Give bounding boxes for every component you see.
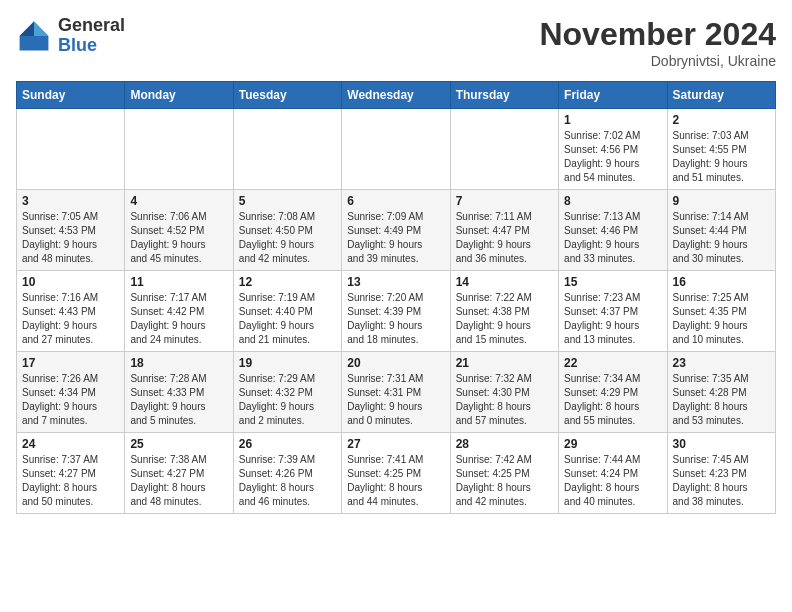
calendar-cell: 12Sunrise: 7:19 AM Sunset: 4:40 PM Dayli…: [233, 271, 341, 352]
day-info: Sunrise: 7:38 AM Sunset: 4:27 PM Dayligh…: [130, 453, 227, 509]
day-info: Sunrise: 7:39 AM Sunset: 4:26 PM Dayligh…: [239, 453, 336, 509]
calendar-cell: 19Sunrise: 7:29 AM Sunset: 4:32 PM Dayli…: [233, 352, 341, 433]
calendar-cell: 17Sunrise: 7:26 AM Sunset: 4:34 PM Dayli…: [17, 352, 125, 433]
calendar-cell: 23Sunrise: 7:35 AM Sunset: 4:28 PM Dayli…: [667, 352, 775, 433]
day-number: 26: [239, 437, 336, 451]
day-number: 9: [673, 194, 770, 208]
weekday-header-friday: Friday: [559, 82, 667, 109]
day-number: 16: [673, 275, 770, 289]
calendar-cell: 14Sunrise: 7:22 AM Sunset: 4:38 PM Dayli…: [450, 271, 558, 352]
location-subtitle: Dobrynivtsi, Ukraine: [539, 53, 776, 69]
day-info: Sunrise: 7:41 AM Sunset: 4:25 PM Dayligh…: [347, 453, 444, 509]
calendar-cell: 26Sunrise: 7:39 AM Sunset: 4:26 PM Dayli…: [233, 433, 341, 514]
calendar-cell: 8Sunrise: 7:13 AM Sunset: 4:46 PM Daylig…: [559, 190, 667, 271]
calendar-table: SundayMondayTuesdayWednesdayThursdayFrid…: [16, 81, 776, 514]
day-number: 7: [456, 194, 553, 208]
svg-marker-1: [34, 21, 48, 35]
calendar-cell: 21Sunrise: 7:32 AM Sunset: 4:30 PM Dayli…: [450, 352, 558, 433]
day-info: Sunrise: 7:08 AM Sunset: 4:50 PM Dayligh…: [239, 210, 336, 266]
day-number: 19: [239, 356, 336, 370]
calendar-cell: 16Sunrise: 7:25 AM Sunset: 4:35 PM Dayli…: [667, 271, 775, 352]
month-title: November 2024: [539, 16, 776, 53]
day-number: 2: [673, 113, 770, 127]
day-info: Sunrise: 7:09 AM Sunset: 4:49 PM Dayligh…: [347, 210, 444, 266]
calendar-cell: 24Sunrise: 7:37 AM Sunset: 4:27 PM Dayli…: [17, 433, 125, 514]
calendar-cell: 27Sunrise: 7:41 AM Sunset: 4:25 PM Dayli…: [342, 433, 450, 514]
logo: General Blue: [16, 16, 125, 56]
calendar-cell: 2Sunrise: 7:03 AM Sunset: 4:55 PM Daylig…: [667, 109, 775, 190]
day-number: 20: [347, 356, 444, 370]
calendar-cell: 5Sunrise: 7:08 AM Sunset: 4:50 PM Daylig…: [233, 190, 341, 271]
weekday-header-monday: Monday: [125, 82, 233, 109]
calendar-week-3: 10Sunrise: 7:16 AM Sunset: 4:43 PM Dayli…: [17, 271, 776, 352]
day-number: 30: [673, 437, 770, 451]
day-info: Sunrise: 7:28 AM Sunset: 4:33 PM Dayligh…: [130, 372, 227, 428]
day-info: Sunrise: 7:19 AM Sunset: 4:40 PM Dayligh…: [239, 291, 336, 347]
day-info: Sunrise: 7:44 AM Sunset: 4:24 PM Dayligh…: [564, 453, 661, 509]
day-info: Sunrise: 7:35 AM Sunset: 4:28 PM Dayligh…: [673, 372, 770, 428]
weekday-header-thursday: Thursday: [450, 82, 558, 109]
day-number: 12: [239, 275, 336, 289]
day-info: Sunrise: 7:25 AM Sunset: 4:35 PM Dayligh…: [673, 291, 770, 347]
calendar-week-4: 17Sunrise: 7:26 AM Sunset: 4:34 PM Dayli…: [17, 352, 776, 433]
day-info: Sunrise: 7:32 AM Sunset: 4:30 PM Dayligh…: [456, 372, 553, 428]
calendar-cell: 1Sunrise: 7:02 AM Sunset: 4:56 PM Daylig…: [559, 109, 667, 190]
day-info: Sunrise: 7:23 AM Sunset: 4:37 PM Dayligh…: [564, 291, 661, 347]
calendar-cell: [233, 109, 341, 190]
day-info: Sunrise: 7:22 AM Sunset: 4:38 PM Dayligh…: [456, 291, 553, 347]
calendar-cell: 7Sunrise: 7:11 AM Sunset: 4:47 PM Daylig…: [450, 190, 558, 271]
day-info: Sunrise: 7:42 AM Sunset: 4:25 PM Dayligh…: [456, 453, 553, 509]
calendar-cell: 10Sunrise: 7:16 AM Sunset: 4:43 PM Dayli…: [17, 271, 125, 352]
title-block: November 2024 Dobrynivtsi, Ukraine: [539, 16, 776, 69]
calendar-cell: 22Sunrise: 7:34 AM Sunset: 4:29 PM Dayli…: [559, 352, 667, 433]
calendar-cell: 20Sunrise: 7:31 AM Sunset: 4:31 PM Dayli…: [342, 352, 450, 433]
calendar-cell: 25Sunrise: 7:38 AM Sunset: 4:27 PM Dayli…: [125, 433, 233, 514]
day-number: 25: [130, 437, 227, 451]
calendar-cell: [450, 109, 558, 190]
day-info: Sunrise: 7:37 AM Sunset: 4:27 PM Dayligh…: [22, 453, 119, 509]
calendar-week-5: 24Sunrise: 7:37 AM Sunset: 4:27 PM Dayli…: [17, 433, 776, 514]
day-info: Sunrise: 7:26 AM Sunset: 4:34 PM Dayligh…: [22, 372, 119, 428]
day-info: Sunrise: 7:06 AM Sunset: 4:52 PM Dayligh…: [130, 210, 227, 266]
day-number: 5: [239, 194, 336, 208]
calendar-cell: 11Sunrise: 7:17 AM Sunset: 4:42 PM Dayli…: [125, 271, 233, 352]
day-info: Sunrise: 7:02 AM Sunset: 4:56 PM Dayligh…: [564, 129, 661, 185]
weekday-header-row: SundayMondayTuesdayWednesdayThursdayFrid…: [17, 82, 776, 109]
day-info: Sunrise: 7:31 AM Sunset: 4:31 PM Dayligh…: [347, 372, 444, 428]
day-number: 18: [130, 356, 227, 370]
day-info: Sunrise: 7:34 AM Sunset: 4:29 PM Dayligh…: [564, 372, 661, 428]
weekday-header-wednesday: Wednesday: [342, 82, 450, 109]
day-number: 13: [347, 275, 444, 289]
calendar-cell: 30Sunrise: 7:45 AM Sunset: 4:23 PM Dayli…: [667, 433, 775, 514]
day-info: Sunrise: 7:29 AM Sunset: 4:32 PM Dayligh…: [239, 372, 336, 428]
day-info: Sunrise: 7:13 AM Sunset: 4:46 PM Dayligh…: [564, 210, 661, 266]
day-info: Sunrise: 7:45 AM Sunset: 4:23 PM Dayligh…: [673, 453, 770, 509]
calendar-cell: 13Sunrise: 7:20 AM Sunset: 4:39 PM Dayli…: [342, 271, 450, 352]
calendar-cell: [125, 109, 233, 190]
calendar-cell: 29Sunrise: 7:44 AM Sunset: 4:24 PM Dayli…: [559, 433, 667, 514]
day-number: 21: [456, 356, 553, 370]
calendar-cell: 6Sunrise: 7:09 AM Sunset: 4:49 PM Daylig…: [342, 190, 450, 271]
calendar-cell: 18Sunrise: 7:28 AM Sunset: 4:33 PM Dayli…: [125, 352, 233, 433]
calendar-cell: 3Sunrise: 7:05 AM Sunset: 4:53 PM Daylig…: [17, 190, 125, 271]
logo-text: General Blue: [58, 16, 125, 56]
day-number: 11: [130, 275, 227, 289]
day-number: 4: [130, 194, 227, 208]
day-number: 6: [347, 194, 444, 208]
weekday-header-tuesday: Tuesday: [233, 82, 341, 109]
day-number: 14: [456, 275, 553, 289]
day-number: 1: [564, 113, 661, 127]
calendar-week-2: 3Sunrise: 7:05 AM Sunset: 4:53 PM Daylig…: [17, 190, 776, 271]
day-number: 15: [564, 275, 661, 289]
calendar-cell: 4Sunrise: 7:06 AM Sunset: 4:52 PM Daylig…: [125, 190, 233, 271]
calendar-cell: 28Sunrise: 7:42 AM Sunset: 4:25 PM Dayli…: [450, 433, 558, 514]
calendar-week-1: 1Sunrise: 7:02 AM Sunset: 4:56 PM Daylig…: [17, 109, 776, 190]
day-info: Sunrise: 7:05 AM Sunset: 4:53 PM Dayligh…: [22, 210, 119, 266]
weekday-header-sunday: Sunday: [17, 82, 125, 109]
day-info: Sunrise: 7:14 AM Sunset: 4:44 PM Dayligh…: [673, 210, 770, 266]
day-number: 10: [22, 275, 119, 289]
page-header: General Blue November 2024 Dobrynivtsi, …: [16, 16, 776, 69]
logo-blue: Blue: [58, 36, 125, 56]
day-info: Sunrise: 7:11 AM Sunset: 4:47 PM Dayligh…: [456, 210, 553, 266]
day-number: 28: [456, 437, 553, 451]
